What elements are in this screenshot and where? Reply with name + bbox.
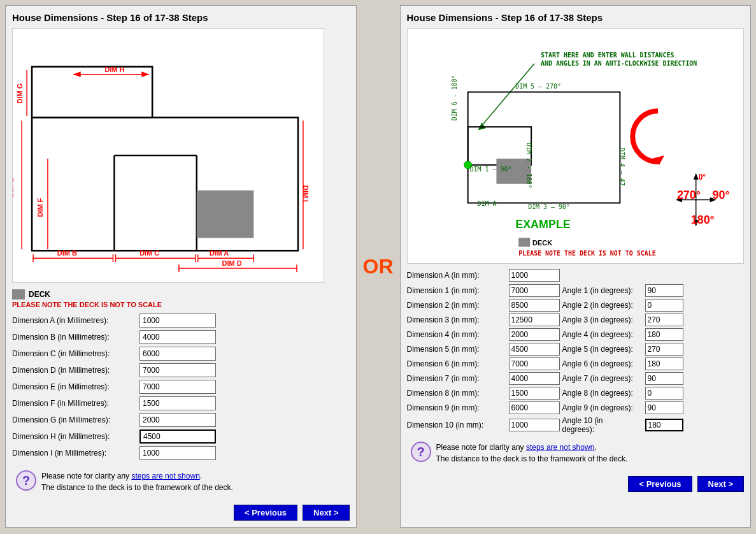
right-angle7-input[interactable] xyxy=(645,372,683,385)
input-dim-c[interactable] xyxy=(139,347,216,361)
input-dim-a[interactable] xyxy=(139,314,216,328)
right-diagram: START HERE AND ENTER WALL DISTANCES AND … xyxy=(407,28,745,264)
right-label-dim10: Dimension 10 (in mm): xyxy=(407,421,509,429)
input-dim-d[interactable] xyxy=(139,363,216,377)
label-dim-i: Dimension I (in Millimetres): xyxy=(12,449,139,458)
input-dim-h[interactable] xyxy=(139,429,216,444)
right-dim9-row: Dimension 9 (in mm): Angle 9 (in degrees… xyxy=(407,401,745,414)
form-row-dim-e: Dimension E (in Millimetres): xyxy=(12,380,350,394)
right-label-dim5: Dimension 5 (in mm): xyxy=(407,345,509,354)
label-dim-c: Dimension C (in Millimetres): xyxy=(12,349,139,358)
right-label-dim2: Dimension 2 (in mm): xyxy=(407,301,509,310)
right-angle2-input[interactable] xyxy=(645,299,683,312)
info-icon-right: ? xyxy=(411,442,431,462)
svg-text:EXAMPLE: EXAMPLE xyxy=(515,218,571,231)
right-angle10-label: Angle 10 (indegrees): xyxy=(562,416,645,434)
right-angle10-input[interactable] xyxy=(645,419,683,431)
right-input-dim7[interactable] xyxy=(509,372,560,385)
left-next-button[interactable]: Next > xyxy=(303,505,349,521)
svg-text:DIM  G: DIM G xyxy=(16,83,24,104)
right-input-dim2[interactable] xyxy=(509,299,560,312)
info-note1b-left: . xyxy=(200,472,202,480)
right-input-dim5[interactable] xyxy=(509,343,560,356)
right-dim1-row: Dimension 1 (in mm): Angle 1 (in degrees… xyxy=(407,284,745,297)
label-dim-a: Dimension A (in Millimetres): xyxy=(12,316,139,325)
right-angle6-input[interactable] xyxy=(645,357,683,370)
input-dim-g[interactable] xyxy=(139,413,216,427)
svg-text:DIM  D: DIM D xyxy=(222,259,242,267)
right-angle9-input[interactable] xyxy=(645,401,683,414)
right-input-dim1[interactable] xyxy=(509,284,560,297)
right-dim5-row: Dimension 5 (in mm): Angle 5 (in degrees… xyxy=(407,343,745,356)
right-input-dim6[interactable] xyxy=(509,357,560,370)
svg-text:90°: 90° xyxy=(712,189,729,201)
left-prev-button[interactable]: < Previous xyxy=(234,505,297,521)
form-row-dim-b: Dimension B (in Millimetres): xyxy=(12,330,350,344)
deck-label: DECK xyxy=(29,290,50,299)
right-dim7-row: Dimension 7 (in mm): Angle 7 (in degrees… xyxy=(407,372,745,385)
right-angle7-label: Angle 7 (in degrees): xyxy=(562,374,645,383)
right-angle9-label: Angle 9 (in degrees): xyxy=(562,403,645,412)
label-dim-h: Dimension H (in Millimetres): xyxy=(12,432,139,441)
left-diagram: DIM H DIM G DIM E DIM F DIM I xyxy=(12,28,324,283)
deck-legend: DECK xyxy=(12,289,350,299)
left-nav-buttons: < Previous Next > xyxy=(12,505,350,521)
or-divider: OR xyxy=(357,5,400,528)
right-input-dim8[interactable] xyxy=(509,387,560,400)
right-dim3-row: Dimension 3 (in mm): Angle 3 (in degrees… xyxy=(407,314,745,326)
info-text-left: Please note for clarity any steps are no… xyxy=(41,470,233,493)
input-dim-b[interactable] xyxy=(139,330,216,344)
input-dim-f[interactable] xyxy=(139,396,216,410)
right-label-dim8: Dimension 8 (in mm): xyxy=(407,389,509,398)
right-label-dim-a: Dimension A (in mm): xyxy=(407,271,509,280)
left-form-section: Dimension A (in Millimetres): Dimension … xyxy=(12,314,350,460)
svg-rect-5 xyxy=(197,191,254,238)
right-panel: House Dimensions - Step 16 of 17-38 Step… xyxy=(400,5,752,528)
svg-text:DIM  C: DIM C xyxy=(139,249,159,257)
left-info-box: ? Please note for clarity any steps are … xyxy=(12,466,350,497)
right-angle3-input[interactable] xyxy=(645,314,683,326)
svg-text:DIM  I: DIM I xyxy=(302,185,310,202)
right-angle3-label: Angle 3 (in degrees): xyxy=(562,315,645,324)
info-steps-link-left[interactable]: steps are not shown xyxy=(131,472,199,480)
svg-text:DIM 2 - 180°: DIM 2 - 180° xyxy=(525,143,532,189)
right-input-dim9[interactable] xyxy=(509,401,560,414)
right-angle6-label: Angle 6 (in degrees): xyxy=(562,359,645,368)
info-steps-link-right[interactable]: steps are not shown xyxy=(526,443,594,452)
label-dim-e: Dimension E (in Millimetres): xyxy=(12,382,139,391)
svg-text:180°: 180° xyxy=(690,213,714,226)
left-panel-title: House Dimensions - Step 16 of 17-38 Step… xyxy=(12,12,350,23)
svg-rect-0 xyxy=(32,117,298,250)
right-next-button[interactable]: Next > xyxy=(697,476,744,492)
right-label-dim7: Dimension 7 (in mm): xyxy=(407,374,509,383)
input-dim-e[interactable] xyxy=(139,380,216,394)
svg-text:DIM 5 — 270°: DIM 5 — 270° xyxy=(515,83,561,90)
svg-text:DIM  E: DIM E xyxy=(13,178,15,197)
or-text: OR xyxy=(363,255,394,278)
input-dim-i[interactable] xyxy=(139,446,216,460)
right-angle5-input[interactable] xyxy=(645,343,683,356)
deck-note: PLEASE NOTE THE DECK IS NOT TO SCALE xyxy=(12,301,350,308)
right-dim4-row: Dimension 4 (in mm): Angle 4 (in degrees… xyxy=(407,328,745,341)
svg-text:DIM 1 — 90°: DIM 1 — 90° xyxy=(469,166,511,173)
right-input-dim10[interactable] xyxy=(509,419,560,431)
right-angle1-input[interactable] xyxy=(645,284,683,297)
right-label-dim1: Dimension 1 (in mm): xyxy=(407,286,509,295)
right-angle4-input[interactable] xyxy=(645,328,683,341)
right-label-dim9: Dimension 9 (in mm): xyxy=(407,403,509,412)
right-prev-button[interactable]: < Previous xyxy=(628,476,692,492)
right-angle5-label: Angle 5 (in degrees): xyxy=(562,345,645,354)
right-info-box: ? Please note for clarity any steps are … xyxy=(407,438,745,468)
right-input-dim3[interactable] xyxy=(509,314,560,326)
svg-text:START HERE AND ENTER WALL DIST: START HERE AND ENTER WALL DISTANCES xyxy=(541,52,674,59)
info-note1-right: Please note for clarity any xyxy=(436,443,526,452)
right-dim10-row: Dimension 10 (in mm): Angle 10 (indegree… xyxy=(407,416,745,434)
right-input-dim4[interactable] xyxy=(509,328,560,341)
info-note2-left: The distance to the deck is to the frame… xyxy=(41,482,233,493)
right-angle8-label: Angle 8 (in degrees): xyxy=(562,389,645,398)
label-dim-d: Dimension D (in Millimetres): xyxy=(12,366,139,375)
right-angle8-input[interactable] xyxy=(645,387,683,400)
svg-rect-60 xyxy=(518,238,530,247)
right-input-dim-a[interactable] xyxy=(509,269,560,282)
svg-text:270°: 270° xyxy=(676,189,700,201)
